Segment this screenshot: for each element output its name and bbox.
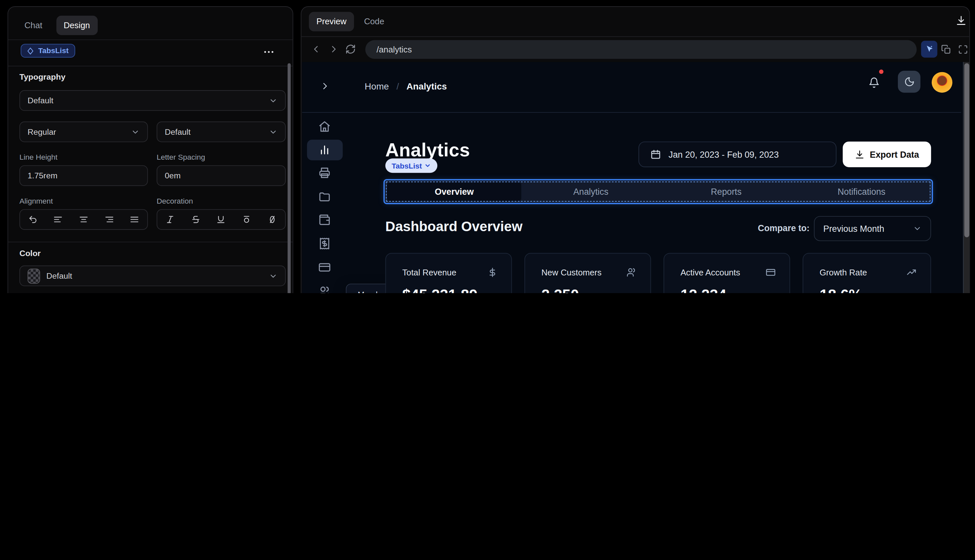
breadcrumb: Home / Analytics [365, 81, 447, 92]
color-select[interactable]: Default [19, 265, 286, 286]
chevron-down-icon [424, 162, 431, 169]
breadcrumb-current[interactable]: Analytics [406, 81, 447, 92]
notifications-button[interactable] [868, 77, 880, 88]
users-icon [627, 268, 637, 278]
sidebar-toggle-button[interactable] [320, 81, 330, 91]
color-section-label: Color [19, 248, 41, 258]
url-bar[interactable]: /analytics [365, 40, 917, 59]
printer-icon[interactable] [318, 167, 331, 179]
sidebar-mode-tabs: Chat Design [17, 12, 98, 38]
align-right-icon[interactable] [104, 215, 114, 224]
font-family-select[interactable]: Default [19, 90, 286, 111]
no-decoration-icon[interactable] [268, 215, 277, 224]
font-size-select[interactable]: Default [157, 122, 285, 142]
credit-card-icon [766, 268, 776, 278]
tab-preview[interactable]: Preview [309, 12, 354, 31]
tab-overview[interactable]: Overview [387, 182, 521, 202]
tab-analytics[interactable]: Analytics [524, 182, 658, 202]
app-scrollbar-track[interactable] [963, 62, 970, 293]
breadcrumb-separator: / [396, 81, 399, 92]
bell-icon [868, 77, 880, 88]
date-range-picker[interactable]: Jan 20, 2023 - Feb 09, 2023 [638, 142, 836, 167]
stat-card-total-revenue[interactable]: Total Revenue $45,231.89 +20.1% from las… [386, 253, 512, 293]
underline-icon[interactable] [217, 215, 226, 224]
bar-chart-icon[interactable] [318, 143, 331, 156]
italic-icon[interactable] [165, 215, 175, 224]
tab-reports[interactable]: Reports [659, 182, 793, 202]
home-icon[interactable] [318, 120, 331, 133]
chevron-right-icon [320, 81, 330, 91]
user-avatar[interactable] [932, 72, 952, 93]
font-weight-select[interactable]: Regular [19, 122, 148, 142]
selected-element-label: TabsList [38, 46, 69, 55]
color-swatch [28, 268, 40, 283]
cursor-pointer-icon [925, 45, 934, 54]
back-button[interactable] [311, 45, 321, 54]
tab-notifications[interactable]: Notifications [795, 182, 929, 202]
refresh-icon [345, 44, 356, 55]
copy-icon [941, 45, 952, 55]
copy-button[interactable] [941, 45, 952, 55]
align-justify-icon[interactable] [130, 215, 139, 224]
download-button[interactable] [956, 15, 967, 26]
page-title: Analytics [386, 140, 470, 161]
download-icon [855, 150, 865, 160]
stat-card-new-customers[interactable]: New Customers 2,350 +180.1% from last mo… [524, 253, 651, 293]
compare-select[interactable]: Previous Month [814, 216, 931, 241]
refresh-button[interactable] [345, 44, 356, 55]
line-height-label: Line Height [19, 153, 57, 162]
tabs-list: Overview Analytics Reports Notifications [385, 180, 932, 203]
chevron-down-icon [269, 96, 277, 105]
breadcrumb-home[interactable]: Home [365, 81, 389, 92]
divider [302, 37, 970, 37]
fullscreen-icon [958, 45, 968, 55]
strikethrough-icon[interactable] [191, 215, 200, 224]
chevron-left-icon [311, 45, 321, 54]
tab-code[interactable]: Code [357, 12, 392, 31]
stat-card-growth-rate[interactable]: Growth Rate 18.6% +5.4% from last month … [803, 253, 932, 293]
alignment-label: Alignment [19, 197, 53, 205]
diamond-icon [26, 47, 35, 55]
trending-up-icon [907, 268, 917, 278]
app-scrollbar-thumb[interactable] [964, 63, 969, 237]
divider [302, 112, 961, 113]
align-left-icon[interactable] [53, 215, 63, 224]
theme-toggle-button[interactable] [898, 71, 920, 93]
stat-card-active-accounts[interactable]: Active Accounts 12,234 +19% from last mo… [664, 253, 790, 293]
fullscreen-button[interactable] [958, 45, 968, 55]
selected-element-overlay-chip[interactable]: TabsList [386, 158, 437, 173]
line-height-input[interactable]: 1.75rem [19, 165, 148, 186]
decoration-label: Decoration [157, 197, 193, 205]
ellipsis-icon [262, 45, 275, 58]
compare-label: Compare to: [734, 223, 809, 233]
receipt-icon[interactable] [318, 237, 331, 250]
folder-icon[interactable] [318, 190, 331, 203]
users-icon[interactable] [318, 285, 331, 293]
wallet-icon[interactable] [318, 213, 331, 226]
selected-element-chip[interactable]: TabsList [21, 44, 75, 58]
panel-menu-button[interactable] [262, 45, 275, 58]
rendered-app: Home / Analytics [302, 62, 970, 293]
tab-design[interactable]: Design [56, 15, 97, 35]
export-data-button[interactable]: Export Data [843, 142, 931, 167]
letter-spacing-input[interactable]: 0em [157, 165, 285, 186]
divider [8, 39, 293, 40]
divider [8, 242, 293, 242]
v0-workspace: Chat Design TabsList Typography Default … [0, 0, 975, 293]
letter-spacing-label: Letter Spacing [157, 153, 205, 162]
inspect-tool-button[interactable] [921, 41, 938, 58]
credit-card-icon[interactable] [318, 261, 331, 273]
chevron-down-icon [131, 128, 140, 137]
moon-icon [904, 77, 914, 87]
tab-chat[interactable]: Chat [17, 15, 50, 35]
forward-button[interactable] [329, 45, 339, 54]
align-center-icon[interactable] [79, 215, 88, 224]
calendar-icon [650, 149, 661, 160]
sidebar-scrollbar[interactable] [288, 63, 291, 293]
overline-icon[interactable] [242, 215, 252, 224]
typography-section-label: Typography [19, 72, 65, 82]
chevron-down-icon [269, 272, 277, 280]
undo-icon[interactable] [28, 215, 38, 224]
design-sidebar: Chat Design TabsList Typography Default … [8, 6, 293, 293]
alignment-toolbar [19, 209, 148, 230]
